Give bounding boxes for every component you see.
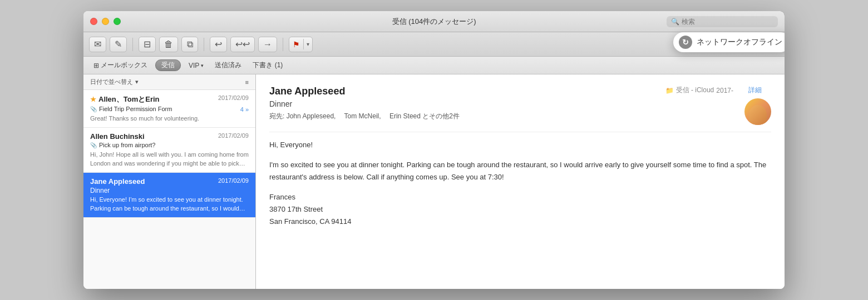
detail-others-link[interactable]: とその他2件 [422,112,460,120]
sent-filter-button[interactable]: 送信済み [211,59,245,71]
move-button[interactable]: ⧉ [181,37,198,52]
separator-2 [204,38,204,51]
avatar [744,98,771,125]
detail-to: 宛先: John Appleseed, Tom McNeil, Erin Ste… [269,112,460,121]
list-item[interactable]: Jane Appleseed 2017/02/09 Dinner Hi, Eve… [83,173,255,218]
fullscreen-button[interactable] [114,18,121,25]
sidebar-icon: ⊞ [93,62,99,69]
detail-meta-right: 📁 受信 - iCloud 2017- 詳細 [665,86,771,125]
detail-subject: Dinner [269,99,460,108]
detail-header: Jane Appleseed Dinner 宛先: John Appleseed… [269,86,771,132]
separator-3 [283,38,283,51]
detail-mailbox: 📁 受信 - iCloud 2017- [665,86,733,95]
message-detail: Jane Appleseed Dinner 宛先: John Appleseed… [256,74,785,289]
inbox-filter-button[interactable]: 受信 [155,59,181,71]
reply-all-icon: ↩↩ [235,39,250,49]
message-header-3: Jane Appleseed 2017/02/09 [90,177,249,186]
vip-chevron-icon: ▾ [201,63,204,68]
sync-icon: ↻ [682,38,689,47]
network-offline-badge: ↻ ネットワークオフライン [673,32,785,52]
star-icon: ★ [90,96,96,103]
body-greeting: Hi, Everyone! [269,139,771,151]
network-badge-icon: ↻ [679,36,692,49]
minimize-button[interactable] [102,18,109,25]
search-input[interactable] [682,18,773,26]
main-area: 日付で並べ替え ▾ ≡ ★ Allen、TomとErin 2017/02/09 … [83,74,785,289]
forward-button[interactable]: → [258,37,277,52]
message-count-1: 4 » [240,106,249,113]
message-date-1: 2017/02/09 [218,94,249,101]
compose-icon: ✎ [115,39,122,49]
sender-name-3: Jane Appleseed [90,177,145,186]
message-preview-2: Hi, John! Hope all is well with you. I a… [90,151,249,168]
reply-button[interactable]: ↩ [210,37,227,52]
message-list: 日付で並べ替え ▾ ≡ ★ Allen、TomとErin 2017/02/09 … [83,74,256,289]
new-mail-button[interactable]: ✉ [89,37,106,52]
close-button[interactable] [90,18,97,25]
body-signature: Frances3870 17th StreetSan Francisco, CA… [269,191,771,228]
avatar-detail-block: 詳細 [739,86,771,125]
window-title: 受信 (104件のメッセージ) [392,17,476,27]
vip-filter-button[interactable]: VIP ▾ [185,61,207,71]
list-item[interactable]: Allen Buchinski 2017/02/09 📎 Pick up fro… [83,128,255,173]
mailbox-icon: 📁 [665,87,674,94]
sender-name-2: Allen Buchinski [90,132,145,141]
move-icon: ⧉ [187,39,193,49]
message-preview-3: Hi, Everyone! I'm so excited to see you … [90,196,249,213]
message-header-1: ★ Allen、TomとErin 2017/02/09 [90,94,249,104]
forward-icon: → [263,39,272,49]
flag-dropdown-arrow[interactable]: ▾ [303,39,312,49]
attachment-icon-2: 📎 [90,142,97,148]
mail-window: 受信 (104件のメッセージ) 🔍 ✉ ✎ ⊟ 🗑 ⧉ ↩ ↩↩ [83,11,785,289]
drafts-filter-button[interactable]: 下書き (1) [249,59,286,71]
reply-all-button[interactable]: ↩↩ [230,37,255,52]
detail-meta: 📁 受信 - iCloud 2017- [665,86,733,95]
flag-button[interactable]: ⚑ ▾ [289,37,313,52]
sort-chevron-icon: ▾ [135,78,139,86]
sort-header[interactable]: 日付で並べ替え ▾ ≡ [83,74,255,90]
archive-icon: ⊟ [144,39,151,49]
sender-name-1: ★ Allen、TomとErin [90,94,160,104]
search-box[interactable]: 🔍 [667,16,778,27]
sort-label: 日付で並べ替え [90,78,133,86]
traffic-lights [90,18,121,25]
flag-icon: ⚑ [289,38,303,51]
network-badge-text: ネットワークオフライン [697,37,782,47]
envelope-icon: ✉ [94,39,101,49]
message-date-2: 2017/02/09 [218,132,249,139]
trash-icon: 🗑 [164,39,173,49]
filter-icon: ≡ [245,79,249,86]
detail-link-button[interactable]: 詳細 [748,86,762,95]
mailbox-filter-button[interactable]: ⊞ メールボックス [90,59,151,71]
body-paragraph: I'm so excited to see you at dinner toni… [269,159,771,183]
avatar-silhouette [749,105,767,125]
message-subject-1: 📎 Field Trip Permission Form 4 » [90,106,249,113]
avatar-image [744,98,771,125]
message-subject-2: 📎 Pick up from airport? [90,142,249,149]
detail-sender-block: Jane Appleseed Dinner 宛先: John Appleseed… [269,86,460,121]
detail-sender: Jane Appleseed [269,86,460,97]
filter-bar: ⊞ メールボックス 受信 VIP ▾ 送信済み 下書き (1) [83,57,785,74]
trash-button[interactable]: 🗑 [159,37,178,52]
message-header-2: Allen Buchinski 2017/02/09 [90,132,249,141]
search-icon: 🔍 [671,18,679,26]
archive-button[interactable]: ⊟ [139,37,156,52]
reply-icon: ↩ [215,39,222,49]
message-date-3: 2017/02/09 [218,177,249,184]
attachment-icon: 📎 [90,106,97,112]
separator-1 [132,38,133,51]
attachment-row-2: 📎 Pick up from airport? [90,142,155,148]
detail-body: Hi, Everyone! I'm so excited to see you … [269,139,771,236]
list-item[interactable]: ★ Allen、TomとErin 2017/02/09 📎 Field Trip… [83,90,255,128]
attachment-row-1: 📎 Field Trip Permission Form [90,106,172,112]
title-bar: 受信 (104件のメッセージ) 🔍 [83,11,785,32]
message-preview-1: Great! Thanks so much for volunteering. [90,114,249,123]
message-subject-3: Dinner [90,187,249,194]
compose-button[interactable]: ✎ [110,37,127,52]
